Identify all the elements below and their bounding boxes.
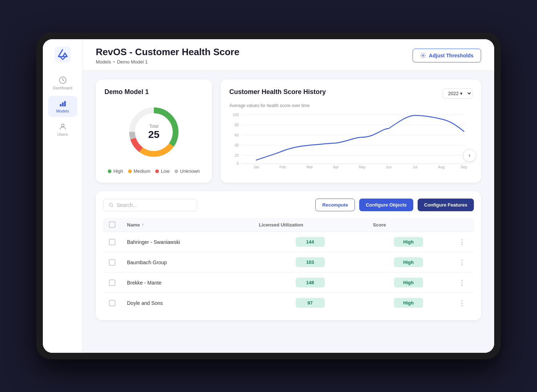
sidebar-item-dashboard[interactable]: Dashboard	[48, 73, 77, 94]
table-toolbar: Recompute Configure Objects Configure Fe…	[103, 199, 474, 211]
breadcrumb-separator: •	[113, 59, 115, 65]
row-score-4: High	[367, 293, 450, 313]
donut-total-number: 25	[148, 129, 159, 140]
row-checkbox-1[interactable]	[109, 239, 115, 245]
sidebar-item-users[interactable]: Users	[48, 119, 77, 140]
table-row: Doyle and Sons 97 High ⋮	[103, 293, 474, 313]
row-more-4[interactable]: ⋮	[456, 298, 468, 308]
recompute-button[interactable]: Recompute	[315, 199, 355, 211]
line-chart: 100 80 60 40 20 0	[229, 111, 472, 169]
legend-high-label: High	[113, 168, 123, 174]
svg-text:Jun: Jun	[386, 165, 392, 169]
row-checkbox-3[interactable]	[109, 279, 115, 286]
row-name-1: Bahringer - Swaniawski	[121, 232, 253, 252]
svg-rect-4	[64, 101, 66, 107]
model-card: Demo Model 1	[96, 79, 212, 183]
sidebar-models-label: Models	[56, 109, 69, 113]
sidebar-users-label: Users	[57, 132, 68, 136]
svg-text:100: 100	[233, 113, 239, 117]
legend-unknown-dot	[175, 170, 178, 173]
col-name-label: Name	[127, 222, 140, 228]
search-input[interactable]	[116, 202, 192, 208]
configure-features-button[interactable]: Configure Features	[418, 199, 474, 211]
row-utilization-2: 103	[253, 252, 367, 273]
sidebar: Dashboard Models Users	[43, 39, 83, 353]
data-table: Name ↑ Licensed Utilization Score	[103, 218, 474, 313]
table-section: Recompute Configure Objects Configure Fe…	[96, 191, 481, 320]
svg-point-5	[61, 124, 64, 127]
toolbar-actions: Recompute Configure Objects Configure Fe…	[315, 199, 474, 211]
legend-low-label: Low	[161, 168, 169, 174]
row-utilization-1: 144	[253, 232, 367, 252]
page-header: RevOS - Customer Health Score Models • D…	[83, 39, 494, 71]
col-header-name: Name ↑	[121, 218, 253, 232]
row-checkbox-2[interactable]	[109, 259, 115, 266]
page-title: RevOS - Customer Health Score	[96, 46, 239, 58]
sidebar-dashboard-label: Dashboard	[53, 86, 73, 90]
legend-low-dot	[155, 170, 159, 173]
col-header-score: Score	[367, 218, 450, 232]
svg-text:20: 20	[235, 153, 239, 158]
svg-text:40: 40	[235, 143, 239, 147]
row-name-3: Brekke - Mante	[121, 273, 253, 293]
sidebar-item-models[interactable]: Models	[48, 96, 77, 117]
legend-high-dot	[108, 170, 111, 173]
row-name-2: Baumbach Group	[121, 252, 253, 273]
legend-unknown-label: Unknown	[180, 168, 200, 174]
breadcrumb-current: Demo Model 1	[117, 59, 148, 65]
row-more-3[interactable]: ⋮	[456, 278, 468, 287]
donut-total-label: Total	[148, 124, 159, 129]
table-row: Bahringer - Swaniawski 144 High ⋮	[103, 232, 474, 252]
svg-text:Sep: Sep	[461, 165, 467, 169]
row-checkbox-4[interactable]	[109, 300, 115, 306]
sort-icon: ↑	[142, 222, 144, 227]
row-name-4: Doyle and Sons	[121, 293, 253, 313]
row-more-2[interactable]: ⋮	[456, 258, 468, 267]
row-utilization-3: 148	[253, 273, 367, 293]
breadcrumb-parent[interactable]: Models	[96, 59, 111, 65]
svg-text:60: 60	[235, 133, 239, 137]
breadcrumb: Models • Demo Model 1	[96, 59, 239, 65]
legend-low: Low	[155, 168, 169, 174]
svg-text:May: May	[359, 165, 366, 169]
search-box	[103, 199, 197, 211]
adjust-thresholds-label: Adjust Thresholds	[429, 53, 474, 58]
svg-rect-3	[62, 102, 63, 106]
gear-icon	[420, 53, 426, 58]
svg-point-6	[422, 55, 424, 56]
row-more-1[interactable]: ⋮	[456, 237, 468, 247]
svg-text:0: 0	[237, 161, 239, 166]
configure-objects-button[interactable]: Configure Objects	[359, 199, 413, 211]
main-content: RevOS - Customer Health Score Models • D…	[83, 39, 494, 353]
table-row: Brekke - Mante 148 High ⋮	[103, 273, 474, 293]
legend-medium-label: Medium	[134, 168, 150, 174]
col-header-utilization: Licensed Utilization	[253, 218, 367, 232]
year-select[interactable]: 2022 ▾ 2020 2021 2023	[443, 88, 472, 99]
select-all-checkbox[interactable]	[109, 221, 115, 228]
history-chart-card: Customer Health Score History Average va…	[221, 79, 481, 183]
svg-point-33	[109, 203, 112, 206]
row-utilization-4: 97	[253, 293, 367, 313]
model-card-title: Demo Model 1	[104, 88, 203, 96]
svg-text:Feb: Feb	[279, 165, 286, 169]
search-icon	[108, 202, 114, 208]
col-header-actions	[450, 218, 474, 232]
svg-text:Jan: Jan	[253, 165, 259, 169]
legend-medium-dot	[128, 170, 132, 173]
donut-legend: High Medium Low	[104, 168, 203, 174]
svg-text:Mar: Mar	[307, 165, 313, 169]
svg-text:80: 80	[235, 123, 239, 127]
svg-rect-0	[55, 46, 71, 62]
legend-unknown: Unknown	[175, 168, 200, 174]
legend-high: High	[108, 168, 123, 174]
svg-text:Apr: Apr	[333, 165, 339, 169]
chart-next-button[interactable]: ›	[463, 149, 476, 162]
row-score-2: High	[367, 252, 450, 273]
adjust-thresholds-button[interactable]: Adjust Thresholds	[413, 49, 481, 62]
col-header-checkbox	[103, 218, 121, 232]
row-score-1: High	[367, 232, 450, 252]
donut-chart: Total 25	[125, 103, 183, 161]
donut-chart-wrapper: Total 25	[104, 103, 203, 161]
svg-text:Aug: Aug	[438, 165, 444, 169]
chart-subtitle: Average values for health score over tim…	[229, 103, 326, 108]
